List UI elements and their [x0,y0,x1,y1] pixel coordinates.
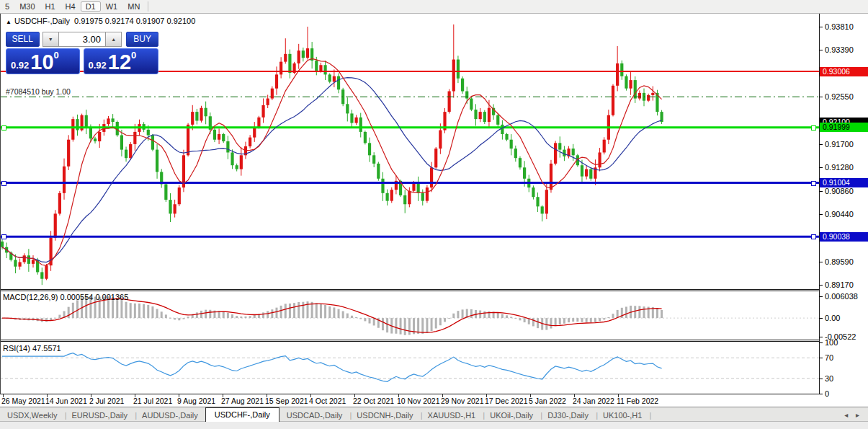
macd-histogram-bar [514,318,516,319]
candle-body [541,206,544,213]
macd-histogram-bar [231,314,233,318]
candle-body [156,150,158,172]
sell-button[interactable]: SELL [6,32,40,47]
sell-price-quote[interactable]: 0.92 10 0 [6,48,80,74]
macd-header: MACD(12,26,9) 0.000554 0.001365 [3,293,128,301]
candle-body [545,190,548,213]
rsi-axis-tick-mark [819,358,823,358]
macd-histogram-bar [448,318,450,319]
price-axis-tick-label: 0.93390 [825,45,854,54]
tab-usdcad-daily[interactable]: USDCAD-,Daily [279,409,350,422]
price-axis-tick-label: 0.90860 [825,187,854,195]
timeframe-d1[interactable]: D1 [81,1,101,12]
date-axis[interactable]: 26 May 202114 Jun 20212 Jul 202121 Jul 2… [0,394,868,407]
rsi-svg [0,342,819,394]
macd-histogram-bar [586,318,588,322]
tab-scroll-right-icon[interactable]: ▸ [853,411,862,419]
line-anchor-handle[interactable] [1,234,6,239]
macd-histogram-bar [373,318,375,325]
tab-eurusd-daily[interactable]: EURUSD-,Daily [64,409,135,422]
tab-usdcnh-daily[interactable]: USDCNH-,Daily [349,409,420,422]
timeframe-m5[interactable]: 5 [0,1,14,12]
candle-body [261,105,264,118]
date-axis-label: 11 Feb 2022 [617,397,658,405]
macd-histogram-bar [607,317,609,318]
buy-button[interactable]: BUY [126,32,158,47]
candle-body [483,112,486,122]
candle-body [616,63,619,86]
macd-histogram-bar [395,318,397,334]
macd-histogram-bar [421,318,424,334]
timeframe-toolbar: 5 M30 H1 H4 D1 W1 MN [0,0,868,14]
candle-body [501,125,504,134]
timeframe-w1[interactable]: W1 [101,1,123,12]
macd-histogram-bar [572,318,574,322]
timeframe-h1[interactable]: H1 [40,1,61,12]
candle-body [523,167,526,178]
macd-signal-line [2,298,662,332]
macd-histogram-bar [576,318,578,322]
candle-body [620,63,623,76]
candle-body [452,60,455,92]
volume-increase-icon[interactable]: ▲ [105,32,122,47]
macd-histogram-bar [182,318,184,319]
timeframe-h4[interactable]: H4 [61,1,81,12]
candle-body [191,112,194,125]
macd-histogram-bar [563,318,565,324]
tab-ukoil-daily[interactable]: UKOil-,Daily [483,409,540,422]
date-axis-label: 5 Jan 2022 [529,397,566,405]
line-anchor-handle[interactable] [1,125,6,131]
application-window: 5 M30 H1 H4 D1 W1 MN ▲USDCHF-,Daily 0.91… [0,0,868,429]
candle-body [222,134,225,141]
line-anchor-handle[interactable] [1,181,6,186]
price-axis-tick-mark [819,214,823,215]
candle-body [651,93,654,95]
line-anchor-handle[interactable] [811,125,816,131]
sell-price-base: 0.92 [11,60,29,73]
candle-body [598,152,601,167]
macd-histogram-bar [249,316,251,318]
tab-audusd-daily[interactable]: AUDUSD-,Daily [135,409,205,422]
panel-separator[interactable] [0,340,868,340]
rsi-axis-tick-mark [819,342,823,343]
macd-histogram-bar [165,314,167,318]
macd-histogram-bar [240,317,242,318]
macd-histogram-bar [457,311,459,318]
rsi-line [2,353,662,382]
tab-scroll-left-icon[interactable]: ◂ [841,411,851,419]
candle-body [488,108,491,122]
macd-histogram-bar [254,315,256,318]
tab-uk100-h1[interactable]: UK100-,H1 [596,409,649,422]
timeframe-mn[interactable]: MN [122,1,145,12]
macd-histogram-bar [187,317,189,318]
price-axis-tick-label: 0.93810 [825,22,854,31]
macd-histogram-bar [50,318,52,320]
candle-body [120,136,123,150]
panel-separator[interactable] [0,289,868,290]
rsi-header: RSI(14) 47.5571 [3,344,61,353]
macd-histogram-bar [151,306,153,318]
buy-price-quote[interactable]: 0.92 12 0 [84,48,158,74]
macd-histogram-bar [297,302,300,318]
line-anchor-handle[interactable] [811,181,816,186]
tab-dj30-daily[interactable]: DJ30-,Daily [540,409,596,422]
price-axis-tick-label: 0.91280 [825,163,854,172]
collapse-panel-icon[interactable]: ▲ [6,19,12,25]
date-axis-label: 29 Nov 2021 [441,397,484,405]
macd-axis-tick-mark [819,296,823,297]
volume-decrease-icon[interactable]: ▼ [42,32,59,47]
price-axis-tick-label: 0.92550 [825,92,854,101]
tab-xauusd-h1[interactable]: XAUUSD-,H1 [421,409,483,422]
candle-body [231,152,233,165]
candle-body [550,164,552,190]
tab-usdx-weekly[interactable]: USDX,Weekly [0,409,64,422]
macd-histogram-bar [174,318,176,319]
candle-body [195,112,198,120]
macd-histogram-bar [594,318,596,322]
volume-input[interactable]: 3.00 [59,32,105,47]
line-anchor-handle[interactable] [811,234,816,239]
timeframe-m30[interactable]: M30 [14,1,40,12]
macd-histogram-bar [147,305,149,318]
tab-usdchf-daily[interactable]: USDCHF-,Daily [205,407,279,422]
candle-body [532,187,534,197]
